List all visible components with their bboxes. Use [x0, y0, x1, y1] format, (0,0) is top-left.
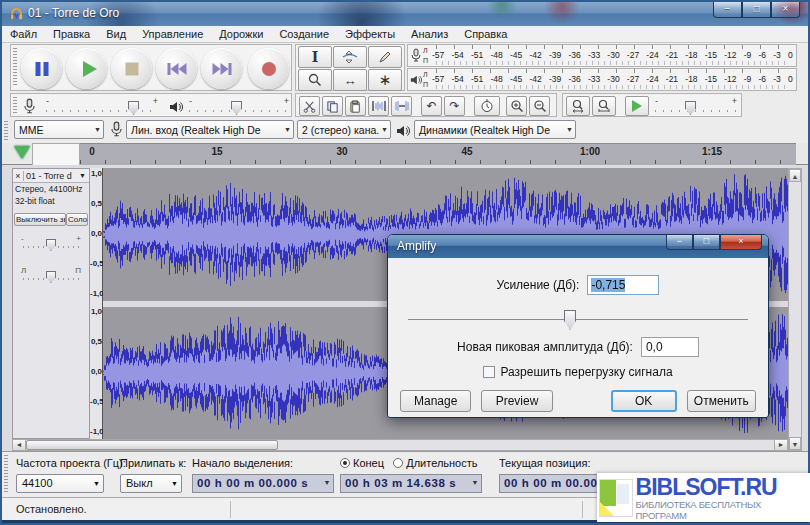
skip-to-start-button[interactable] [156, 48, 197, 89]
skip-to-end-button[interactable] [201, 48, 242, 89]
dialog-minimize-button[interactable]: − [666, 235, 693, 250]
zoom-in-button[interactable] [506, 96, 527, 116]
track-pan-slider[interactable]: Л П [21, 268, 81, 284]
playback-meter[interactable]: Л П -57-54-51-48-45-42-39-36-33-30-27-24… [407, 68, 797, 91]
recording-meter[interactable]: Л П -57-54-51-48-45-42-39-36-33-30-27-24… [407, 44, 797, 67]
menu-view[interactable]: Вид [98, 26, 134, 43]
project-rate-dropdown[interactable]: 44100▼ [16, 474, 104, 493]
toolbar-grabber[interactable] [4, 121, 8, 140]
recording-device-dropdown[interactable]: Лин. вход (Realtek High De▼ [126, 120, 294, 139]
slider-minus-label: - [46, 96, 49, 106]
redo-button[interactable]: ↷ [444, 96, 465, 116]
playback-device-dropdown[interactable]: Динамики (Realtek High De▼ [414, 120, 576, 139]
amplification-input[interactable]: -0,715 [587, 275, 659, 295]
horizontal-scrollbar[interactable]: ◄ ► [12, 439, 788, 451]
mute-button[interactable]: Выключить звук [14, 213, 66, 226]
selection-end-field[interactable]: 00 h 03 m 14.638 s▼ [340, 474, 482, 493]
slider-thumb[interactable] [564, 310, 576, 330]
envelope-tool-button[interactable] [333, 46, 367, 68]
track-gain-slider[interactable]: - + [21, 236, 81, 252]
track-title[interactable]: 01 - Torre d [24, 171, 79, 181]
vertical-scrollbar[interactable]: ▲ ▼ [788, 168, 802, 451]
multi-tool-button[interactable]: ∗ [368, 69, 402, 91]
dialog-maximize-button[interactable]: □ [693, 235, 720, 250]
timeshift-tool-button[interactable]: ↔ [333, 69, 367, 91]
scroll-up-arrow[interactable]: ▲ [789, 169, 801, 182]
dialog-title-bar[interactable]: Amplify − □ × [388, 235, 768, 258]
scroll-right-arrow[interactable]: ► [774, 440, 787, 450]
status-separator [582, 501, 583, 518]
scroll-down-arrow[interactable]: ▼ [789, 437, 801, 450]
snap-to-dropdown[interactable]: Выкл▼ [120, 474, 182, 493]
menu-generate[interactable]: Создание [271, 26, 337, 43]
solo-button[interactable]: Соло [66, 213, 88, 226]
length-radio[interactable] [393, 458, 403, 468]
zoom-tool-button[interactable] [298, 69, 332, 91]
trim-audio-button[interactable] [368, 96, 389, 116]
toolbar-grabber[interactable] [4, 455, 8, 494]
stop-button[interactable] [111, 48, 152, 89]
dialog-close-button[interactable]: × [720, 235, 762, 250]
cancel-button[interactable]: Отменить [687, 390, 756, 412]
allow-clipping-checkbox[interactable] [483, 366, 495, 378]
ok-button[interactable]: OK [611, 390, 677, 412]
minimize-button[interactable]: − [713, 2, 742, 18]
play-speed-thumb[interactable] [685, 101, 696, 115]
recording-volume-slider[interactable]: - + [46, 97, 158, 115]
new-peak-label: Новая пиковая амплитуда (Дб): [457, 340, 633, 354]
recording-volume-thumb[interactable] [128, 101, 139, 115]
spinner-icon[interactable]: ▼ [471, 479, 479, 486]
timeline-ruler[interactable]: 0 15 30 45 1:00 1:15 [2, 143, 808, 165]
end-radio-label[interactable]: Конец [353, 457, 384, 469]
record-button[interactable] [248, 48, 289, 89]
track-close-button[interactable]: × [13, 171, 24, 181]
amplification-slider[interactable] [388, 309, 768, 331]
title-bar[interactable]: 01 - Torre de Oro − □ × [2, 2, 808, 26]
pan-thumb[interactable] [46, 271, 56, 283]
undo-button[interactable]: ↶ [421, 96, 442, 116]
paste-button[interactable] [345, 96, 366, 116]
playback-volume-thumb[interactable] [231, 101, 242, 115]
close-button[interactable]: × [771, 2, 800, 18]
preview-button[interactable]: Preview [481, 390, 552, 412]
scroll-left-arrow[interactable]: ◄ [13, 440, 26, 450]
manage-button[interactable]: Manage [400, 390, 471, 412]
menu-file[interactable]: Файл [2, 26, 45, 43]
maximize-button[interactable]: □ [742, 2, 771, 18]
selection-start-field[interactable]: 00 h 00 m 00.000 s▼ [192, 474, 334, 493]
menu-help[interactable]: Справка [456, 26, 515, 43]
menu-analyze[interactable]: Анализ [403, 26, 456, 43]
menu-transport[interactable]: Управление [134, 26, 211, 43]
fit-project-button[interactable] [592, 96, 616, 116]
playback-volume-slider[interactable]: - + [189, 97, 289, 115]
menu-edit[interactable]: Правка [45, 26, 98, 43]
menu-tracks[interactable]: Дорожки [211, 26, 271, 43]
horizontal-scroll-thumb[interactable] [26, 440, 278, 450]
zoom-out-button[interactable] [529, 96, 550, 116]
toolbar-grabber[interactable] [13, 97, 17, 113]
selection-tool-button[interactable]: I [298, 46, 332, 68]
silence-audio-button[interactable] [391, 96, 412, 116]
spinner-icon[interactable]: ▼ [323, 479, 331, 486]
play-button[interactable] [66, 48, 107, 89]
track-menu-button[interactable]: ▼ [79, 172, 89, 179]
new-peak-input[interactable]: 0,0 [641, 337, 699, 357]
play-speed-slider[interactable]: - + [655, 97, 737, 115]
cut-button[interactable] [299, 96, 320, 116]
audio-host-dropdown[interactable]: MME▼ [14, 120, 104, 139]
copy-button[interactable] [322, 96, 343, 116]
end-radio[interactable] [340, 458, 350, 468]
length-radio-label[interactable]: Длительность [406, 457, 477, 469]
toolbar-grabber[interactable] [13, 48, 17, 87]
meter-scale-number: -27 [627, 74, 639, 84]
gain-thumb[interactable] [46, 239, 56, 251]
zoom-to-selection-button[interactable] [566, 96, 590, 116]
menu-effects[interactable]: Эффекты [337, 26, 403, 43]
clock-icon [480, 99, 494, 113]
timer-button[interactable] [474, 96, 500, 116]
playhead-marker-icon[interactable] [14, 146, 30, 159]
pause-button[interactable] [21, 48, 62, 89]
recording-channels-dropdown[interactable]: 2 (стерео) кана.▼ [297, 120, 391, 139]
draw-tool-button[interactable] [368, 46, 402, 68]
play-at-speed-button[interactable] [625, 96, 649, 116]
